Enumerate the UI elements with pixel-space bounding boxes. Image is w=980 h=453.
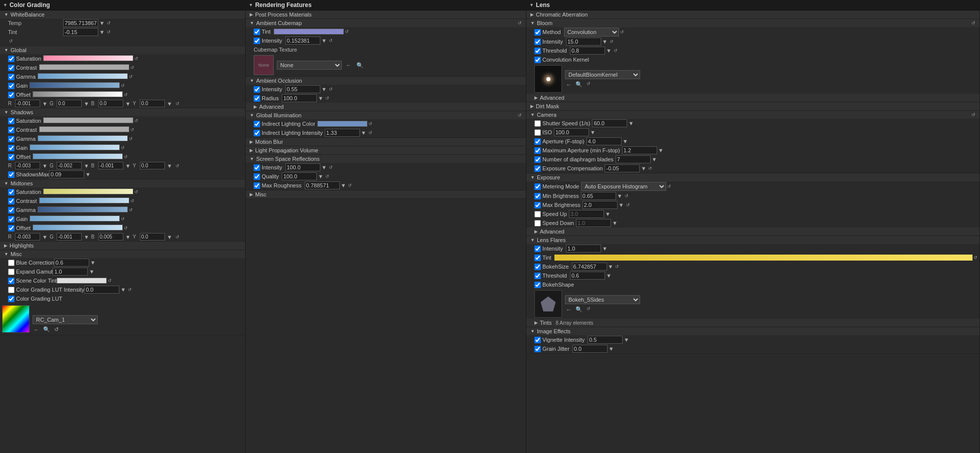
dirt-mask-header[interactable]: ▶ Dirt Mask xyxy=(526,102,979,110)
max-aperture-btn[interactable]: ▼ xyxy=(657,147,665,153)
bloom-intensity-reset[interactable]: ↺ xyxy=(610,39,614,44)
gi-intensity-reset[interactable]: ↺ xyxy=(368,130,372,135)
vignette-input[interactable] xyxy=(587,336,623,344)
ssr-maxroughness-reset[interactable]: ↺ xyxy=(348,183,352,188)
shadows-header[interactable]: ▼ Shadows xyxy=(0,108,245,116)
bokeh-shape-dropdown[interactable]: Bokeh_5Sides xyxy=(565,295,640,304)
ac-intensity-check[interactable] xyxy=(254,38,260,44)
gi-intensity-check[interactable] xyxy=(254,130,260,136)
wb-reset-all[interactable]: ↺ xyxy=(9,39,13,44)
exposure-advanced-header[interactable]: ▶ Advanced xyxy=(526,228,979,236)
speed-up-check[interactable] xyxy=(534,211,541,217)
ac-tint-reset[interactable]: ↺ xyxy=(345,29,349,34)
lut-intensity-reset[interactable]: ↺ xyxy=(128,287,132,292)
temp-reset[interactable]: ↺ xyxy=(107,21,111,26)
ssr-intensity-btn[interactable]: ▼ xyxy=(320,164,328,170)
speed-down-check[interactable] xyxy=(534,220,541,226)
shadows-rgba-reset[interactable]: ↺ xyxy=(175,163,179,168)
shadows-contrast-check[interactable] xyxy=(8,127,15,133)
shadows-r-btn[interactable]: ▼ xyxy=(41,163,49,169)
global-g-input[interactable] xyxy=(57,100,82,107)
lf-intensity-check[interactable] xyxy=(534,246,541,252)
tint-reset[interactable]: ↺ xyxy=(107,30,111,35)
blue-correction-btn[interactable]: ▼ xyxy=(89,260,97,266)
tint-input[interactable] xyxy=(63,28,98,36)
ssr-maxroughness-input[interactable] xyxy=(305,181,340,189)
expand-gamut-check[interactable] xyxy=(8,269,15,275)
bokeh-size-btn[interactable]: ▼ xyxy=(607,264,615,270)
aperture-input[interactable] xyxy=(586,137,622,145)
exposure-comp-input[interactable] xyxy=(605,164,640,172)
metering-mode-dropdown[interactable]: Auto Exposure Histogram xyxy=(581,182,666,191)
exposure-comp-reset[interactable]: ↺ xyxy=(648,166,652,171)
bloom-kernel-left[interactable]: ← xyxy=(565,81,572,88)
bokeh-shape-check[interactable] xyxy=(534,282,541,288)
ao-radius-input[interactable] xyxy=(282,94,317,102)
global-b-btn[interactable]: ▼ xyxy=(124,101,132,107)
max-brightness-check[interactable] xyxy=(534,202,541,208)
ao-radius-check[interactable] xyxy=(254,95,260,102)
lut-preset-dropdown[interactable]: RC_Cam_1 xyxy=(33,315,98,324)
color-grading-lut-check[interactable] xyxy=(8,296,15,302)
shadows-offset-check[interactable] xyxy=(8,154,15,160)
global-gain-check[interactable] xyxy=(8,83,15,89)
ssr-intensity-reset[interactable]: ↺ xyxy=(329,165,333,170)
convolution-kernel-check[interactable] xyxy=(534,57,541,63)
lf-threshold-input[interactable] xyxy=(570,272,605,280)
speed-down-input[interactable] xyxy=(576,219,611,227)
ambient-cubemap-header[interactable]: ▼ Ambient Cubemap ↺ xyxy=(246,19,526,27)
global-y-input[interactable] xyxy=(140,100,165,107)
blue-correction-check[interactable] xyxy=(8,260,15,266)
ao-intensity-check[interactable] xyxy=(254,86,260,93)
midtones-r-input[interactable] xyxy=(15,233,40,241)
shadows-saturation-reset[interactable]: ↺ xyxy=(134,118,138,123)
tint-dropdown-btn[interactable]: ▼ xyxy=(98,29,106,35)
lf-threshold-check[interactable] xyxy=(534,273,541,279)
exposure-header[interactable]: ▼ Exposure xyxy=(526,173,979,181)
lens-flares-header[interactable]: ▼ Lens Flares xyxy=(526,236,979,244)
ssr-header[interactable]: ▼ Screen Space Reflections xyxy=(246,155,526,163)
midtones-contrast-check[interactable] xyxy=(8,198,15,204)
midtones-gamma-check[interactable] xyxy=(8,207,15,213)
bloom-threshold-btn[interactable]: ▼ xyxy=(605,48,613,54)
min-brightness-check[interactable] xyxy=(534,193,541,199)
bokeh-shape-left[interactable]: ← xyxy=(565,306,572,313)
blue-correction-input[interactable] xyxy=(54,259,89,267)
iso-btn[interactable]: ▼ xyxy=(589,129,597,135)
cubemap-arrow-left[interactable]: ← xyxy=(345,62,352,68)
midtones-y-input[interactable] xyxy=(140,233,165,241)
temp-input[interactable] xyxy=(63,19,98,27)
ac-intensity-reset[interactable]: ↺ xyxy=(329,38,333,43)
gi-color-check[interactable] xyxy=(254,121,260,127)
exposure-comp-check[interactable] xyxy=(534,165,541,172)
global-contrast-reset[interactable]: ↺ xyxy=(130,65,134,70)
cubemap-dropdown[interactable]: None xyxy=(277,61,342,70)
diaphragm-btn[interactable]: ▼ xyxy=(651,156,658,162)
shadows-b-btn[interactable]: ▼ xyxy=(124,163,132,169)
shadows-max-input[interactable] xyxy=(49,170,84,178)
ssr-maxroughness-check[interactable] xyxy=(254,182,260,189)
midtones-gamma-reset[interactable]: ↺ xyxy=(129,207,133,212)
midtones-r-btn[interactable]: ▼ xyxy=(41,234,49,240)
max-aperture-check[interactable] xyxy=(534,147,541,154)
gi-color-reset[interactable]: ↺ xyxy=(368,121,372,126)
global-r-btn[interactable]: ▼ xyxy=(41,101,49,107)
expand-gamut-input[interactable] xyxy=(53,268,88,276)
speed-up-btn[interactable]: ▼ xyxy=(604,211,612,217)
min-brightness-input[interactable] xyxy=(581,192,616,200)
shadows-r-input[interactable] xyxy=(15,162,40,169)
color-grading-expand[interactable]: ▼ xyxy=(3,3,8,8)
scene-tint-reset[interactable]: ↺ xyxy=(108,278,112,283)
global-g-btn[interactable]: ▼ xyxy=(83,101,90,107)
bokeh-size-check[interactable] xyxy=(534,264,541,270)
bloom-header[interactable]: ▼ Bloom ↺ xyxy=(526,19,979,27)
ssr-quality-reset[interactable]: ↺ xyxy=(325,174,329,179)
shadows-offset-reset[interactable]: ↺ xyxy=(124,154,128,159)
ao-intensity-btn[interactable]: ▼ xyxy=(320,86,328,92)
aperture-check[interactable] xyxy=(534,138,541,145)
speed-down-btn[interactable]: ▼ xyxy=(611,220,619,226)
midtones-header[interactable]: ▼ Midtones xyxy=(0,179,245,187)
midtones-offset-check[interactable] xyxy=(8,225,15,232)
shadows-saturation-check[interactable] xyxy=(8,118,15,124)
global-y-btn[interactable]: ▼ xyxy=(166,101,173,107)
